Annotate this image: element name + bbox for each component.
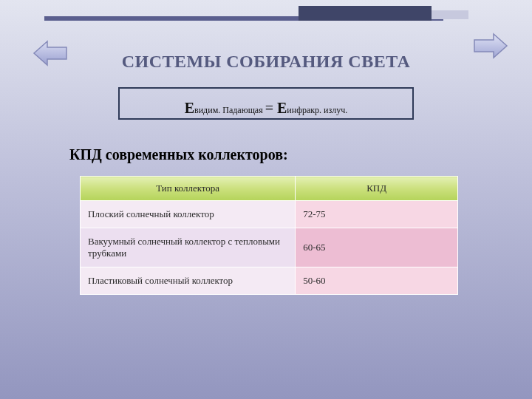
formula-sub1: видим. Падающая bbox=[194, 105, 265, 115]
formula-E1: Е bbox=[185, 100, 194, 116]
cell-type: Пластиковый солнечный коллектор bbox=[81, 267, 296, 295]
table-row: Вакуумный солнечный коллектор с тепловым… bbox=[81, 228, 458, 267]
cell-eff: 50-60 bbox=[296, 267, 458, 295]
formula-box: Евидим. Падающая = Еинфракр. излуч. bbox=[118, 87, 414, 120]
decor-bar-light bbox=[432, 10, 468, 19]
formula-eq: = bbox=[265, 100, 277, 116]
th-type: Тип коллектора bbox=[81, 177, 296, 201]
cell-type: Плоский солнечный коллектор bbox=[81, 201, 296, 228]
cell-eff: 72-75 bbox=[296, 201, 458, 228]
formula-E2: Е bbox=[277, 100, 287, 116]
table-row: Плоский солнечный коллектор 72-75 bbox=[81, 201, 458, 228]
table-row: Пластиковый солнечный коллектор 50-60 bbox=[81, 267, 458, 295]
subtitle: КПД современных коллекторов: bbox=[69, 146, 288, 163]
decor-bar-dark bbox=[299, 6, 432, 21]
cell-eff: 60-65 bbox=[296, 228, 458, 267]
page-title: СИСТЕМЫ СОБИРАНИЯ СВЕТА bbox=[0, 52, 532, 72]
cell-type: Вакуумный солнечный коллектор с тепловым… bbox=[81, 228, 296, 267]
formula-sub2: инфракр. излуч. bbox=[287, 105, 347, 115]
table-header-row: Тип коллектора КПД bbox=[81, 177, 458, 201]
collector-table: Тип коллектора КПД Плоский солнечный кол… bbox=[80, 176, 458, 295]
th-eff: КПД bbox=[296, 177, 458, 201]
